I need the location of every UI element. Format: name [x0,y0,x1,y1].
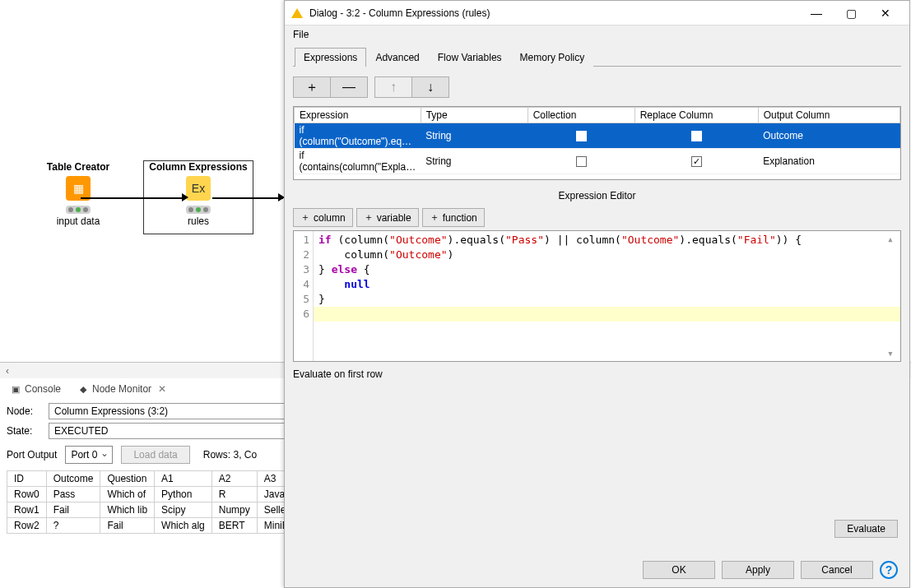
tab-label: Node Monitor [92,383,151,395]
node-name-field: Column Expressions (3:2) [49,403,287,419]
table-header[interactable]: Type [421,108,528,123]
move-down-button[interactable]: ↓ [411,76,449,98]
table-cell: Outcome [758,123,899,149]
table-cell: Row2 [7,518,47,534]
table-header[interactable]: ID [7,471,47,487]
tab-flow-variables[interactable]: Flow Variables [429,48,511,67]
line-gutter: 123456 [294,231,314,361]
code-line: } [318,292,895,307]
table-cell: Numpy [211,502,257,518]
table-header[interactable]: Expression [295,108,421,123]
table-cell: R [211,487,257,502]
table-cell: Fail [46,502,100,518]
chevron-left-icon[interactable]: ‹ [1,364,14,377]
table-cell: Scipy [155,502,212,518]
state-label: State: [7,425,44,437]
cancel-button[interactable]: Cancel [801,561,873,579]
code-line: column("Outcome") [318,248,895,262]
move-up-button[interactable]: ↑ [374,76,412,98]
table-header[interactable]: A2 [211,471,257,487]
close-icon[interactable]: ✕ [158,383,166,395]
expression-row[interactable]: if (contains(column("Expla…StringExplana… [295,149,900,174]
tab-expressions[interactable]: Expressions [295,48,366,67]
checkbox[interactable] [691,131,702,141]
expressions-table[interactable]: ExpressionTypeCollectionReplace ColumnOu… [293,106,901,180]
data-table[interactable]: IDOutcomeQuestionA1A2A3 Row0PassWhich of… [7,470,303,534]
checkbox[interactable] [691,156,702,167]
expression-row[interactable]: if (column("Outcome").eq…StringOutcome [295,123,900,149]
checkbox[interactable] [576,156,587,167]
table-cell [634,123,758,149]
add-button[interactable]: ＋ [293,76,331,98]
console-icon: ▣ [10,383,21,395]
table-row[interactable]: Row2?FailWhich algBERTMiniBE [7,518,303,534]
table-header[interactable]: Outcome [46,471,100,487]
table-cell [528,123,634,149]
insert-column-button[interactable]: ＋column [293,208,353,227]
port-select[interactable]: Port 0 [65,446,113,464]
table-row[interactable]: Row1FailWhich libScipyNumpySelleni [7,502,303,518]
connection-wire[interactable] [81,197,186,199]
table-cell: Pass [46,487,100,502]
code-line: if (column("Outcome").equals("Pass") || … [318,233,895,248]
table-cell: Python [155,487,212,502]
help-icon[interactable]: ? [880,561,898,579]
load-data-button[interactable]: Load data [121,446,189,464]
node-label: Node: [7,405,44,417]
code-content[interactable]: if (column("Outcome").equals("Pass") || … [314,231,900,361]
table-header[interactable]: Collection [528,108,634,123]
table-header[interactable]: Question [100,471,155,487]
connection-wire[interactable] [212,197,283,199]
app-icon [291,8,303,18]
node-title: Column Expressions [148,161,249,173]
titlebar[interactable]: Dialog - 3:2 - Column Expressions (rules… [285,1,909,25]
evaluate-label: Evaluate on first row [293,368,383,380]
code-line: null [318,277,895,292]
table-cell: Which alg [155,518,212,534]
maximize-button[interactable]: ▢ [834,2,868,25]
tab-memory-policy[interactable]: Memory Policy [511,48,594,67]
checkbox[interactable] [576,131,587,141]
port-output-label: Port Output [7,449,57,461]
plus-icon: ＋ [430,211,439,225]
evaluate-button[interactable]: Evaluate [834,520,898,538]
table-cell: Fail [100,518,155,534]
plus-icon: ＋ [364,211,374,225]
insert-variable-button[interactable]: ＋variable [356,208,419,227]
code-editor[interactable]: 123456 if (column("Outcome").equals("Pas… [293,230,901,362]
table-cell: if (contains(column("Expla… [295,149,421,174]
dialog-window: Dialog - 3:2 - Column Expressions (rules… [284,0,910,588]
table-cell: if (column("Outcome").eq… [295,123,421,149]
minimize-button[interactable]: — [799,2,834,25]
table-header[interactable]: Replace Column [634,108,758,123]
table-cell: ? [46,518,100,534]
table-header[interactable]: Output Column [758,108,899,123]
insert-function-button[interactable]: ＋function [422,208,485,227]
remove-button[interactable]: — [330,76,368,98]
status-lights [66,206,91,214]
tab-node-monitor[interactable]: ◆ Node Monitor ✕ [74,382,170,396]
ok-button[interactable]: OK [643,561,715,579]
tab-label: Console [25,383,61,395]
menu-file[interactable]: File [293,29,309,40]
table-cell: String [421,149,528,174]
table-cell: Row0 [7,487,47,502]
table-cell [634,149,758,174]
tab-console[interactable]: ▣ Console [7,382,64,396]
plus-icon: ＋ [300,211,310,225]
table-cell: String [421,123,528,149]
window-title: Dialog - 3:2 - Column Expressions (rules… [309,7,799,19]
table-cell: Which lib [100,502,155,518]
node-title: Table Creator [37,161,119,173]
workflow-canvas: Table Creator ▦ input data Column Expres… [0,0,284,362]
table-row[interactable]: Row0PassWhich ofPythonRJava [7,487,303,502]
table-header[interactable]: A1 [155,471,212,487]
close-button[interactable]: ✕ [868,2,903,25]
node-table-creator[interactable]: Table Creator ▦ input data [37,161,119,227]
table-cell [528,149,634,174]
apply-button[interactable]: Apply [722,561,794,579]
code-line: } else { [318,262,895,277]
table-cell: Which of [100,487,155,502]
node-column-expressions[interactable]: Column Expressions Ex rules [148,161,249,227]
tab-advanced[interactable]: Advanced [366,48,428,67]
